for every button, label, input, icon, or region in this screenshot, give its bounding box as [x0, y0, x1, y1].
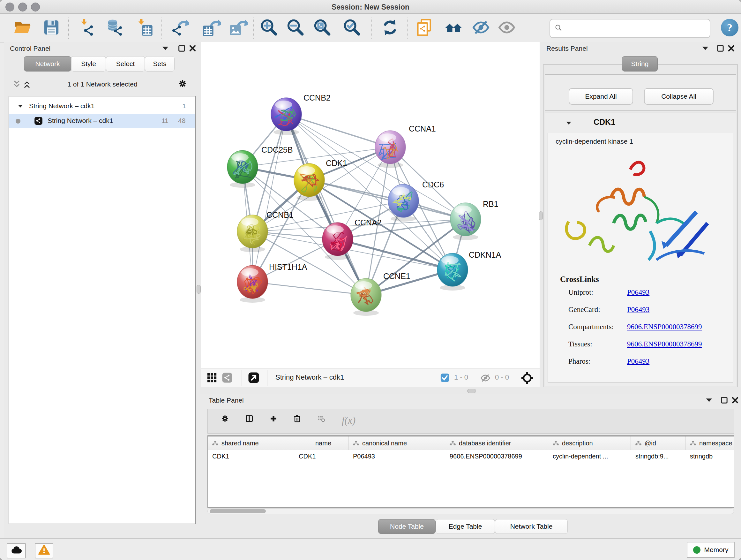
tab-style[interactable]: Style — [71, 56, 106, 71]
table-row[interactable]: CDK1CDK1P064939606.ENSP00000378699cyclin… — [208, 450, 734, 463]
network-view[interactable]: CCNB2CCNA1CDC25BCDK1CDC6RB1CCNB1CCNA2CDK… — [201, 42, 540, 387]
splitter-handle[interactable] — [467, 389, 476, 393]
search-icon — [555, 24, 562, 33]
memory-button[interactable]: Memory — [687, 542, 735, 558]
panel-close-icon[interactable] — [188, 44, 197, 53]
table-options-gear-icon[interactable] — [221, 415, 234, 428]
network-edge-count: 48 — [178, 117, 185, 125]
panel-float-icon[interactable] — [720, 396, 729, 405]
string-results-content: Expand All Collapse All CDK1 cyclin-depe… — [543, 64, 738, 388]
tab-edge-table[interactable]: Edge Table — [435, 519, 495, 534]
import-database-icon — [106, 18, 124, 38]
panel-close-icon[interactable] — [727, 44, 736, 53]
table-cell[interactable]: stringdb — [685, 450, 734, 463]
table-cell[interactable]: CDK1 — [294, 450, 348, 463]
right-splitter-handle[interactable] — [539, 211, 543, 220]
zoom-out-button[interactable] — [286, 18, 306, 38]
grid-view-icon[interactable] — [206, 372, 217, 383]
birdseye-navigator-icon[interactable] — [521, 372, 533, 384]
network-list: String Network – cdk1 1 String Network –… — [9, 96, 196, 524]
tab-select[interactable]: Select — [106, 56, 145, 71]
panel-menu-icon[interactable] — [704, 396, 714, 405]
save-session-button[interactable] — [42, 18, 61, 38]
collapse-all-button[interactable]: Collapse All — [644, 88, 714, 105]
network-canvas[interactable]: CCNB2CCNA1CDC25BCDK1CDC6RB1CCNB1CCNA2CDK… — [201, 42, 540, 370]
column-header-description[interactable]: description — [548, 436, 631, 450]
delete-column-icon[interactable] — [293, 415, 306, 428]
network-options-gear-icon[interactable] — [178, 79, 187, 88]
zoom-selected-icon — [343, 18, 361, 38]
protein-structure-image — [551, 150, 730, 274]
zoom-in-button[interactable] — [259, 18, 279, 38]
export-network-button[interactable] — [171, 18, 190, 38]
tab-string[interactable]: String — [622, 56, 658, 71]
table-panel: Table Panel f(x) shared namenamecanonica… — [200, 394, 741, 538]
table-cell[interactable]: cyclin-dependent ... — [548, 450, 631, 463]
crosslink-link[interactable]: P06493 — [627, 357, 650, 366]
tab-network[interactable]: Network — [24, 56, 71, 71]
panel-menu-icon[interactable] — [161, 44, 170, 53]
column-header-shared-name[interactable]: shared name — [208, 436, 294, 450]
column-header-name[interactable]: name — [294, 436, 348, 450]
network-row-selected[interactable]: String Network – cdk1 11 48 — [9, 114, 195, 128]
zoom-fit-button[interactable] — [313, 18, 332, 38]
tab-sets[interactable]: Sets — [145, 56, 175, 71]
table-horizontal-scrollbar[interactable] — [207, 508, 734, 514]
collection-label: String Network – cdk1 — [29, 102, 94, 110]
panel-close-icon[interactable] — [731, 396, 740, 405]
node-table[interactable]: shared namenamecanonical namedatabase id… — [207, 435, 734, 508]
import-table-from-file-button[interactable] — [134, 18, 154, 38]
table-cell[interactable]: CDK1 — [208, 450, 294, 463]
svg-text:CCNB2: CCNB2 — [304, 93, 331, 102]
gene-description: cyclin-dependent kinase 1 — [556, 138, 633, 145]
panel-float-icon[interactable] — [716, 44, 725, 53]
panel-menu-icon[interactable] — [701, 44, 710, 53]
network-collection-row[interactable]: String Network – cdk1 1 — [9, 99, 195, 114]
cloud-button[interactable] — [7, 543, 26, 558]
window-title: Session: New Session — [0, 3, 741, 11]
table-cell[interactable]: P06493 — [348, 450, 445, 463]
crosslink-link[interactable]: P06493 — [627, 288, 650, 297]
gene-expander-icon[interactable] — [565, 119, 572, 127]
apply-preferred-layout-button[interactable] — [380, 18, 400, 38]
open-in-window-icon[interactable] — [248, 372, 259, 383]
table-cell[interactable]: 9606.ENSP00000378699 — [445, 450, 548, 463]
import-network-from-database-button[interactable] — [105, 18, 125, 38]
export-image-button[interactable] — [229, 18, 249, 38]
crosslink-link[interactable]: 9606.ENSP00000378699 — [627, 340, 702, 348]
left-splitter-handle[interactable] — [197, 285, 201, 294]
string-home-button[interactable] — [444, 18, 463, 38]
crosslink-link[interactable]: P06493 — [627, 306, 650, 314]
show-columns-icon[interactable] — [246, 415, 258, 428]
collection-expander-icon[interactable] — [17, 103, 24, 110]
search-box[interactable] — [549, 19, 711, 38]
zoom-selected-button[interactable] — [342, 18, 362, 38]
create-column-icon[interactable] — [270, 415, 282, 428]
tab-network-table[interactable]: Network Table — [495, 519, 568, 534]
crosslink-label: GeneCard: — [568, 306, 600, 314]
show-hide-details-button[interactable] — [497, 18, 517, 38]
help-button[interactable]: ? — [721, 19, 738, 37]
import-network-from-file-button[interactable] — [77, 18, 97, 38]
tree-column-icon — [353, 440, 359, 446]
column-header-database-identifier[interactable]: database identifier — [445, 436, 548, 450]
tab-node-table[interactable]: Node Table — [378, 519, 435, 534]
crosslink-link[interactable]: 9606.ENSP00000378699 — [627, 323, 702, 331]
column-header--id[interactable]: @id — [631, 436, 685, 450]
warnings-button[interactable] — [35, 543, 53, 558]
node-table-header: shared namenamecanonical namedatabase id… — [208, 436, 734, 450]
open-session-button[interactable] — [12, 18, 32, 38]
column-header-canonical-name[interactable]: canonical name — [348, 436, 445, 450]
svg-text:CCNA1: CCNA1 — [409, 124, 436, 133]
share-view-icon[interactable] — [222, 372, 232, 383]
copy-network-button[interactable] — [414, 18, 434, 38]
column-header-namespace[interactable]: namespace — [685, 436, 734, 450]
export-table-button[interactable] — [202, 18, 222, 38]
scrollbar-thumb[interactable] — [210, 509, 266, 513]
search-input[interactable] — [565, 22, 710, 35]
table-cell[interactable]: stringdb:9... — [631, 450, 685, 463]
panel-float-icon[interactable] — [178, 44, 186, 53]
expand-all-button[interactable]: Expand All — [569, 88, 633, 105]
show-graphics-details-button[interactable] — [471, 18, 491, 38]
selected-checkbox-icon[interactable] — [440, 373, 450, 382]
